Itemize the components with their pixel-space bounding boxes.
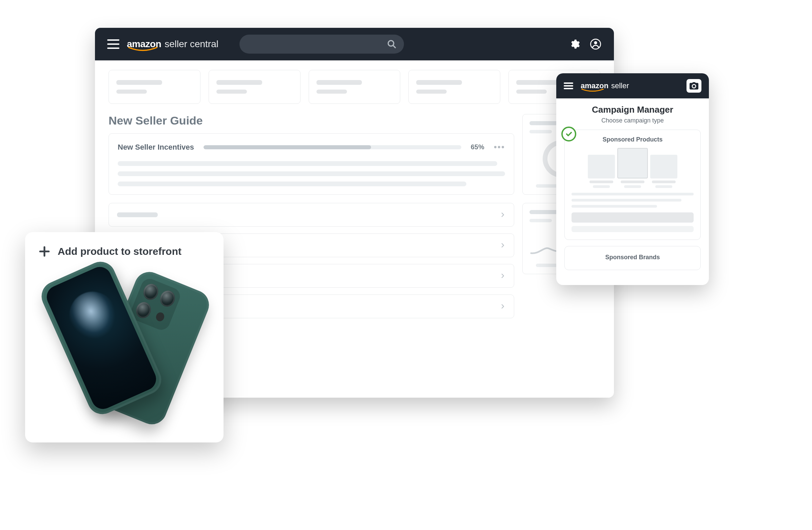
summary-tabs: [95, 60, 614, 104]
gear-icon: [569, 39, 580, 49]
primary-placeholder-button[interactable]: [571, 212, 694, 223]
incentives-title: New Seller Incentives: [118, 143, 194, 152]
campaign-manager-subtitle: Choose campaign type: [564, 117, 701, 124]
campaign-manager-panel: amazon seller Campaign Manager Choose ca…: [556, 73, 709, 285]
progress-bar: [203, 145, 461, 149]
product-image: [39, 263, 210, 419]
campaign-manager-title: Campaign Manager: [564, 104, 701, 115]
camera-icon: [690, 82, 698, 89]
summary-tab[interactable]: [408, 70, 500, 104]
topbar: amazon seller central: [95, 28, 614, 60]
amazon-logo-text: amazon: [581, 82, 609, 90]
campaign-type-sponsored-products[interactable]: Sponsored Products: [564, 130, 701, 240]
progress-percent: 65%: [471, 143, 484, 151]
chevron-right-icon: [499, 212, 506, 218]
add-product-card: Add product to storefront: [25, 232, 223, 442]
summary-tab[interactable]: [208, 70, 301, 104]
campaign-type-title: Sponsored Brands: [571, 254, 694, 261]
mobile-brand: amazon seller: [581, 82, 629, 90]
search-icon: [387, 39, 396, 49]
section-title: New Seller Guide: [108, 114, 514, 127]
brand-suffix: seller central: [164, 39, 218, 49]
chevron-right-icon: [499, 303, 506, 310]
add-product-title: Add product to storefront: [58, 246, 182, 257]
search-input[interactable]: [240, 34, 404, 54]
more-menu-icon[interactable]: •••: [494, 142, 505, 152]
check-circle-icon: [561, 127, 576, 142]
settings-button[interactable]: [568, 38, 581, 50]
svg-point-3: [594, 41, 597, 44]
description-placeholder: [118, 161, 505, 186]
summary-tab[interactable]: [108, 70, 201, 104]
account-button[interactable]: [590, 38, 602, 50]
chevron-right-icon: [499, 273, 506, 279]
chevron-right-icon: [499, 242, 506, 248]
user-circle-icon: [590, 39, 601, 49]
plus-icon[interactable]: [39, 246, 50, 257]
incentives-card: New Seller Incentives 65% •••: [108, 133, 514, 195]
summary-tab[interactable]: [309, 70, 401, 104]
campaign-type-title: Sponsored Products: [571, 136, 694, 143]
menu-icon[interactable]: [107, 39, 119, 49]
camera-button[interactable]: [686, 79, 701, 92]
brand: amazon seller central: [127, 39, 218, 49]
campaign-type-sponsored-brands[interactable]: Sponsored Brands: [564, 246, 701, 270]
brand-suffix: seller: [611, 82, 629, 90]
svg-line-1: [393, 45, 395, 48]
product-thumbnails: [571, 148, 694, 188]
amazon-logo-text: amazon: [127, 39, 161, 49]
mobile-topbar: amazon seller: [556, 73, 709, 98]
task-row[interactable]: [108, 203, 514, 227]
menu-icon[interactable]: [564, 83, 573, 89]
